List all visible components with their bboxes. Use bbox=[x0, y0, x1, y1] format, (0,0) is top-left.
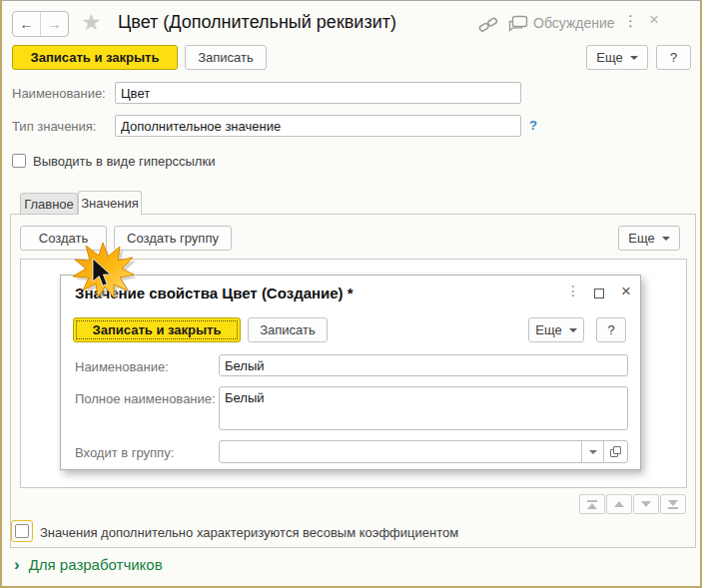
more-button[interactable]: Еще bbox=[586, 45, 648, 70]
hyperlink-checkbox[interactable] bbox=[12, 154, 26, 168]
move-down-button[interactable] bbox=[633, 494, 659, 514]
dialog-save-button[interactable]: Записать bbox=[248, 317, 328, 342]
name-input[interactable]: Цвет bbox=[115, 82, 521, 104]
value-type-label: Тип значения: bbox=[12, 119, 96, 134]
save-close-button[interactable]: Записать и закрыть bbox=[12, 45, 178, 70]
weight-checkbox-focus-ring bbox=[11, 520, 33, 542]
discussion-label[interactable]: Обсуждение bbox=[533, 15, 615, 31]
open-icon bbox=[610, 446, 621, 457]
back-arrow-icon[interactable]: ← bbox=[13, 12, 41, 36]
chevron-down-icon bbox=[662, 237, 670, 241]
value-create-dialog: Значение свойства Цвет (Создание) * ⋮ × … bbox=[60, 275, 641, 470]
save-button[interactable]: Записать bbox=[185, 45, 267, 70]
chevron-right-icon: › bbox=[14, 556, 20, 573]
chevron-down-icon bbox=[630, 56, 638, 60]
weight-checkbox-label[interactable]: Значения дополнительно характеризуются в… bbox=[40, 525, 458, 540]
move-bottom-button[interactable] bbox=[660, 494, 686, 514]
discussion-icon[interactable] bbox=[507, 15, 529, 34]
dialog-group-label: Входит в группу: bbox=[75, 445, 174, 460]
dialog-full-name-label: Полное наименование: bbox=[75, 391, 216, 406]
app-window: ← → ★ Цвет (Дополнительный реквизит) Обс… bbox=[0, 0, 702, 588]
move-top-icon bbox=[587, 503, 597, 509]
move-bottom-icon bbox=[668, 500, 678, 506]
value-type-input[interactable]: Дополнительное значение bbox=[115, 115, 521, 137]
move-top-button[interactable] bbox=[579, 494, 605, 514]
group-dropdown-button[interactable] bbox=[581, 441, 603, 462]
history-nav-group: ← → bbox=[12, 11, 69, 37]
dialog-name-label: Наименование: bbox=[75, 359, 169, 374]
developers-link[interactable]: › Для разработчиков bbox=[14, 556, 163, 573]
move-up-button[interactable] bbox=[606, 494, 632, 514]
page-title: Цвет (Дополнительный реквизит) bbox=[118, 12, 396, 33]
dialog-save-close-button[interactable]: Записать и закрыть bbox=[73, 317, 241, 342]
move-down-icon bbox=[641, 501, 651, 507]
group-open-button[interactable] bbox=[603, 441, 627, 462]
dialog-kebab-menu-icon[interactable]: ⋮ bbox=[566, 283, 580, 298]
move-up-icon bbox=[614, 501, 624, 507]
kebab-menu-icon[interactable]: ⋮ bbox=[623, 12, 638, 30]
dialog-close-icon[interactable]: × bbox=[621, 282, 631, 301]
value-type-help-icon[interactable]: ? bbox=[529, 118, 537, 133]
forward-arrow-icon[interactable]: → bbox=[41, 12, 68, 36]
tab-values[interactable]: Значения bbox=[78, 191, 142, 215]
panel-more-button[interactable]: Еще bbox=[618, 226, 680, 251]
close-icon[interactable]: × bbox=[649, 10, 659, 30]
dialog-group-input[interactable] bbox=[219, 440, 628, 463]
dialog-full-name-textarea[interactable]: Белый bbox=[219, 386, 628, 430]
chevron-down-icon bbox=[569, 328, 577, 332]
chevron-down-icon bbox=[589, 450, 597, 454]
help-button[interactable]: ? bbox=[656, 45, 691, 70]
dialog-help-button[interactable]: ? bbox=[596, 317, 626, 342]
cursor-icon bbox=[91, 258, 115, 290]
dialog-more-button[interactable]: Еще bbox=[528, 317, 584, 342]
link-icon[interactable] bbox=[478, 16, 498, 34]
name-label: Наименование: bbox=[12, 86, 106, 101]
weight-checkbox[interactable] bbox=[15, 524, 29, 538]
dialog-maximize-icon[interactable] bbox=[594, 289, 604, 298]
dialog-name-input[interactable]: Белый bbox=[219, 354, 628, 376]
favorite-star-icon[interactable]: ★ bbox=[81, 9, 102, 36]
tab-main[interactable]: Главное bbox=[20, 193, 78, 215]
hyperlink-checkbox-label[interactable]: Выводить в виде гиперссылки bbox=[33, 154, 215, 169]
